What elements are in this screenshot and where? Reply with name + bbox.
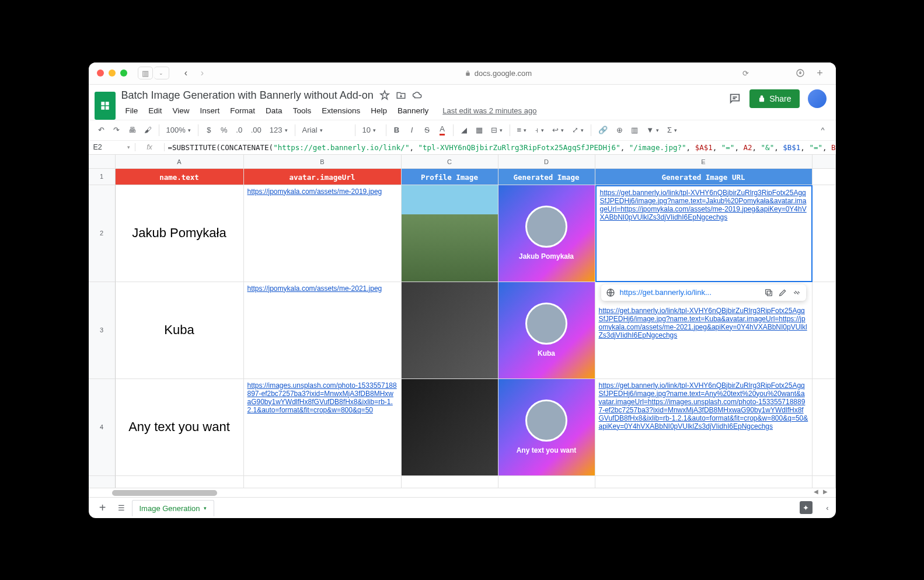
text-color-icon[interactable]: A: [435, 123, 449, 138]
link-preview-text[interactable]: https://get.bannerly.io/link...: [620, 288, 759, 297]
cell-c1[interactable]: Profile Image: [402, 169, 498, 185]
cell-profile-image[interactable]: [402, 379, 498, 476]
col-header-e[interactable]: E: [595, 155, 813, 169]
comment-icon[interactable]: ⊕: [612, 123, 626, 138]
address-bar[interactable]: docs.google.com ⟳: [215, 69, 782, 78]
avatar-url-link[interactable]: https://jpomykala.com/assets/me-2019.jpe…: [247, 187, 382, 196]
avatar-url-link[interactable]: https://jpomykala.com/assets/me-2021.jpe…: [247, 284, 382, 293]
forward-button[interactable]: ›: [195, 67, 210, 79]
sheets-app-icon[interactable]: [95, 92, 116, 120]
edit-icon[interactable]: [778, 288, 787, 297]
cell-avatar-url[interactable]: https://jpomykala.com/assets/me-2021.jpe…: [244, 282, 402, 379]
close-window[interactable]: [97, 70, 104, 77]
cell-e1[interactable]: Generated Image URL: [595, 169, 813, 185]
filter-dropdown[interactable]: ▼▾: [643, 126, 663, 134]
name-box[interactable]: E2▾: [89, 143, 135, 151]
col-header-b[interactable]: B: [244, 155, 402, 169]
paint-format-icon[interactable]: 🖌: [141, 123, 155, 138]
functions-dropdown[interactable]: Σ▾: [664, 126, 681, 134]
cell-avatar-url[interactable]: https://jpomykala.com/assets/me-2019.jpe…: [244, 185, 402, 282]
cell-empty[interactable]: [813, 282, 836, 379]
chevron-down-icon[interactable]: ⌄: [154, 67, 169, 79]
add-sheet-button[interactable]: +: [95, 501, 111, 515]
strike-icon[interactable]: S: [420, 123, 434, 138]
cell-name[interactable]: Jakub Pomykała: [116, 185, 244, 282]
row-header[interactable]: [89, 476, 116, 488]
side-panel-toggle-icon[interactable]: ‹: [826, 503, 828, 512]
font-dropdown[interactable]: Arial▾: [299, 126, 351, 134]
cell-generated-image[interactable]: Any text you want: [498, 379, 595, 476]
scroll-right-icon[interactable]: ▶: [823, 488, 828, 495]
redo-icon[interactable]: ↷: [110, 123, 124, 138]
back-button[interactable]: ‹: [179, 67, 194, 79]
chart-icon[interactable]: ▥: [627, 123, 641, 138]
generated-url-link[interactable]: https://get.bannerly.io/link/tpl-XVHY6nQ…: [599, 381, 808, 430]
menu-insert[interactable]: Insert: [196, 104, 224, 117]
chevron-down-icon[interactable]: ▾: [204, 505, 207, 511]
select-all-corner[interactable]: [89, 155, 116, 169]
cell-generated-url[interactable]: https://get.bannerly.io/link/tpl-XVHY6nQ…: [595, 379, 813, 476]
collapse-toolbar-icon[interactable]: ^: [816, 123, 830, 138]
sheet-tab[interactable]: Image Generation ▾: [132, 500, 214, 516]
cell-generated-image[interactable]: Jakub Pomykała: [498, 185, 595, 282]
menu-help[interactable]: Help: [367, 104, 391, 117]
downloads-icon[interactable]: [793, 67, 808, 79]
cell-generated-url[interactable]: https://get.bannerly.io/link... https://…: [595, 282, 813, 379]
borders-icon[interactable]: ▦: [472, 123, 486, 138]
row-header[interactable]: 2: [89, 185, 116, 282]
menu-tools[interactable]: Tools: [289, 104, 316, 117]
scrollbar-thumb[interactable]: [112, 490, 217, 496]
cell-generated-image[interactable]: Kuba: [498, 282, 595, 379]
horizontal-scrollbar[interactable]: ◀ ▶: [89, 488, 836, 497]
dec-decrease-icon[interactable]: .0: [232, 123, 246, 138]
link-icon[interactable]: 🔗: [595, 123, 611, 138]
bold-icon[interactable]: B: [390, 123, 404, 138]
number-format-dropdown[interactable]: 123▾: [266, 126, 291, 134]
spreadsheet-grid[interactable]: A B C D E 1 name.text avatar.imageUrl Pr…: [89, 155, 836, 488]
fill-color-icon[interactable]: ◢: [457, 123, 471, 138]
unlink-icon[interactable]: [792, 288, 801, 297]
valign-dropdown[interactable]: ⫞▾: [531, 126, 548, 134]
comments-icon[interactable]: [728, 92, 741, 105]
merge-dropdown[interactable]: ⊟▾: [487, 126, 506, 134]
reload-icon[interactable]: ⟳: [742, 69, 749, 78]
cell-empty[interactable]: [813, 379, 836, 476]
cell-generated-url[interactable]: https://get.bannerly.io/link/tpl-XVHY6nQ…: [595, 185, 813, 282]
percent-icon[interactable]: %: [217, 123, 231, 138]
last-edit-status[interactable]: Last edit was 2 minutes ago: [438, 104, 541, 117]
cell-name[interactable]: Kuba: [116, 282, 244, 379]
generated-url-link[interactable]: https://get.bannerly.io/link/tpl-XVHY6nQ…: [599, 307, 808, 339]
col-header-c[interactable]: C: [402, 155, 498, 169]
cell-profile-image[interactable]: [402, 185, 498, 282]
dec-increase-icon[interactable]: .00: [247, 123, 265, 138]
cell-profile-image[interactable]: [402, 282, 498, 379]
print-icon[interactable]: 🖶: [125, 123, 140, 138]
cell-b1[interactable]: avatar.imageUrl: [244, 169, 402, 185]
rotate-dropdown[interactable]: ⤢▾: [569, 126, 587, 134]
generated-url-link[interactable]: https://get.bannerly.io/link/tpl-XVHY6nQ…: [600, 189, 807, 221]
cell-empty[interactable]: [813, 185, 836, 282]
col-header-d[interactable]: D: [498, 155, 595, 169]
menu-edit[interactable]: Edit: [144, 104, 166, 117]
menu-extensions[interactable]: Extensions: [318, 104, 364, 117]
copy-icon[interactable]: [764, 288, 773, 297]
avatar-url-link[interactable]: https://images.unsplash.com/photo-153355…: [247, 381, 397, 414]
new-tab-icon[interactable]: +: [813, 67, 828, 79]
all-sheets-icon[interactable]: ☰: [118, 503, 125, 512]
row-header[interactable]: 3: [89, 282, 116, 379]
cell-name[interactable]: Any text you want: [116, 379, 244, 476]
cloud-status-icon[interactable]: [412, 90, 423, 100]
cell-d1[interactable]: Generated Image: [498, 169, 595, 185]
menu-bannerly[interactable]: Bannerly: [393, 104, 433, 117]
menu-view[interactable]: View: [169, 104, 194, 117]
minimize-window[interactable]: [109, 70, 116, 77]
maximize-window[interactable]: [120, 70, 127, 77]
scroll-left-icon[interactable]: ◀: [814, 488, 818, 495]
italic-icon[interactable]: I: [405, 123, 419, 138]
menu-data[interactable]: Data: [261, 104, 287, 117]
star-icon[interactable]: [379, 90, 390, 100]
zoom-dropdown[interactable]: 100%▾: [163, 126, 194, 134]
share-button[interactable]: Share: [749, 89, 799, 108]
menu-file[interactable]: File: [121, 104, 142, 117]
row-header[interactable]: 4: [89, 379, 116, 476]
